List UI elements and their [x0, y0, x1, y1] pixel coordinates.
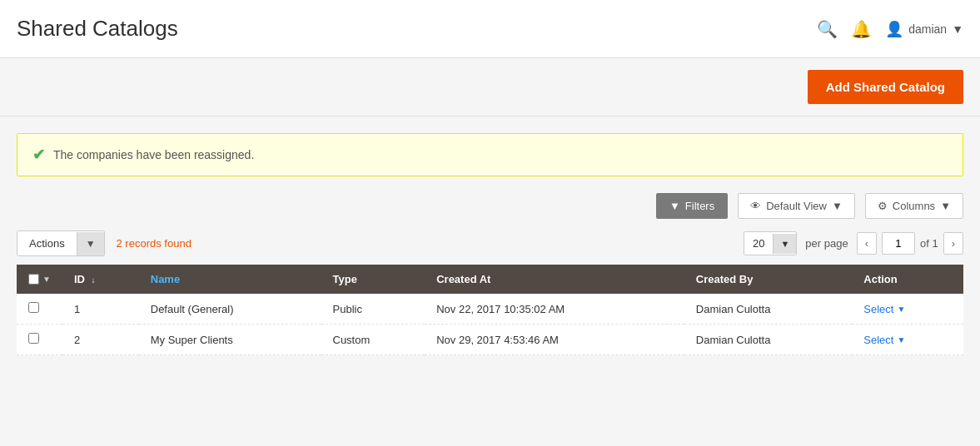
- table-header-row: ▼ ID ↓ Name Type Created At Created By A…: [17, 265, 963, 294]
- search-icon[interactable]: 🔍: [817, 19, 838, 39]
- user-menu[interactable]: 👤 damian ▼: [885, 20, 963, 38]
- row-type-2: Custom: [321, 325, 425, 355]
- action-caret-2[interactable]: ▼: [897, 335, 905, 344]
- columns-dropdown[interactable]: ⚙ Columns ▼: [865, 193, 963, 219]
- per-page-label: per page: [805, 237, 848, 250]
- row-checkbox-cell: [17, 294, 62, 325]
- created-by-column-header: Created By: [684, 265, 852, 294]
- select-link-2[interactable]: Select: [863, 334, 893, 346]
- select-link-1[interactable]: Select: [863, 303, 893, 315]
- prev-page-button[interactable]: ‹: [857, 232, 877, 255]
- id-sort-icon: ↓: [92, 275, 96, 285]
- row-created-at-2: Nov 29, 2017 4:53:46 AM: [425, 325, 684, 355]
- toolbar-bar: Add Shared Catalog: [0, 58, 980, 116]
- action-caret-1[interactable]: ▼: [897, 305, 905, 314]
- records-count: 2 records found: [117, 237, 192, 250]
- top-header: Shared Catalogs 🔍 🔔 👤 damian ▼: [0, 0, 980, 58]
- table-row: 1 Default (General) Public Nov 22, 2017 …: [17, 294, 963, 325]
- page-number-input[interactable]: [882, 232, 915, 255]
- username-label: damian: [908, 22, 947, 36]
- row-created-by-2: Damian Culotta: [684, 325, 852, 355]
- eye-icon: 👁: [750, 200, 761, 212]
- per-page-select: 20 ▼: [744, 231, 797, 255]
- row-created-at-1: Nov 22, 2017 10:35:02 AM: [425, 294, 684, 325]
- created-at-column-header: Created At: [425, 265, 684, 294]
- actions-caret[interactable]: ▼: [77, 232, 104, 255]
- filters-button[interactable]: ▼ Filters: [656, 193, 728, 219]
- columns-caret: ▼: [940, 200, 951, 212]
- actions-dropdown: Actions ▼: [17, 230, 105, 256]
- row-id-1: 1: [62, 294, 139, 325]
- row-checkbox-cell: [17, 325, 62, 355]
- view-caret: ▼: [832, 200, 843, 212]
- default-view-dropdown[interactable]: 👁 Default View ▼: [738, 193, 855, 219]
- actions-label: Actions: [17, 231, 77, 255]
- success-check-icon: ✔: [32, 146, 45, 164]
- columns-label: Columns: [893, 200, 935, 212]
- row-id-2: 2: [62, 325, 139, 355]
- user-avatar-icon: 👤: [885, 20, 903, 38]
- type-column-header: Type: [321, 265, 425, 294]
- success-text: The companies have been reassigned.: [53, 148, 254, 161]
- row-checkbox-1[interactable]: [28, 302, 39, 313]
- success-message: ✔ The companies have been reassigned.: [17, 133, 963, 176]
- table-row: 2 My Super Clients Custom Nov 29, 2017 4…: [17, 325, 963, 355]
- filters-label: Filters: [685, 200, 714, 212]
- view-label: Default View: [766, 200, 827, 212]
- next-page-button[interactable]: ›: [943, 232, 963, 255]
- add-shared-catalog-button[interactable]: Add Shared Catalog: [808, 70, 963, 104]
- actions-row: Actions ▼ 2 records found 20 ▼ per page …: [17, 230, 963, 256]
- actions-left: Actions ▼ 2 records found: [17, 230, 192, 256]
- row-checkbox-2[interactable]: [28, 333, 39, 344]
- select-all-checkbox[interactable]: [28, 274, 39, 285]
- page-of-label: of 1: [920, 237, 938, 250]
- name-column-header: Name: [139, 265, 321, 294]
- row-created-by-1: Damian Culotta: [684, 294, 852, 325]
- row-type-1: Public: [321, 294, 425, 325]
- row-action-2: Select ▼: [852, 325, 963, 355]
- shared-catalogs-table: ▼ ID ↓ Name Type Created At Created By A…: [17, 265, 963, 355]
- per-page-value: 20: [744, 232, 773, 255]
- header-actions: 🔍 🔔 👤 damian ▼: [817, 19, 963, 39]
- row-action-1: Select ▼: [852, 294, 963, 325]
- pagination: 20 ▼ per page ‹ of 1 ›: [744, 231, 963, 255]
- select-all-caret[interactable]: ▼: [42, 275, 51, 284]
- row-name-1[interactable]: Default (General): [139, 294, 321, 325]
- filter-row: ▼ Filters 👁 Default View ▼ ⚙ Columns ▼: [17, 193, 963, 219]
- row-name-2[interactable]: My Super Clients: [139, 325, 321, 355]
- gear-icon: ⚙: [878, 200, 888, 212]
- action-column-header: Action: [852, 265, 963, 294]
- select-all-column: ▼: [17, 265, 62, 294]
- per-page-caret[interactable]: ▼: [773, 234, 796, 254]
- user-menu-caret: ▼: [952, 22, 963, 36]
- main-content: ✔ The companies have been reassigned. ▼ …: [0, 116, 980, 372]
- id-column-header[interactable]: ID ↓: [62, 265, 139, 294]
- notification-icon[interactable]: 🔔: [851, 19, 872, 39]
- page-title: Shared Catalogs: [17, 16, 178, 42]
- filter-icon: ▼: [669, 200, 680, 212]
